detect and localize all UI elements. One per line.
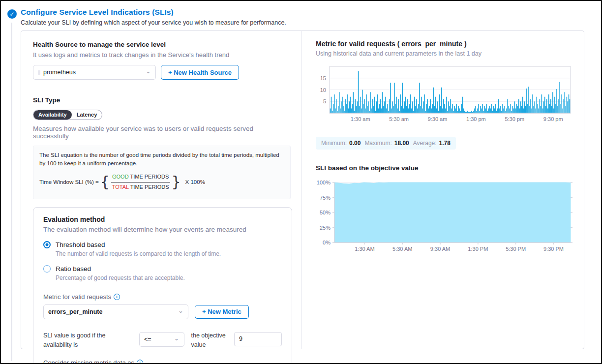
metric-select[interactable]: errors_per_minute ⌄ (43, 304, 188, 319)
metric-selected-value: errors_per_minute (48, 308, 102, 315)
svg-text:15: 15 (320, 75, 326, 81)
svg-text:9:30 am: 9:30 am (428, 116, 448, 122)
sli-type-description: Measures how available your service was … (33, 125, 291, 140)
sli-chart: 0%25%50%75%100%1:30 AM5:30 AM9:30 AM1:30… (316, 180, 573, 256)
sli-condition-suffix: the objective value (191, 331, 227, 350)
evaluation-method-card: Evaluation method The evaluation method … (33, 207, 292, 364)
svg-text:50%: 50% (320, 210, 331, 215)
svg-text:1:30 AM: 1:30 AM (355, 246, 374, 252)
prometheus-icon (38, 70, 40, 75)
metric-chart: 510151:30 am5:30 am9:30 am1:30 pm5:30 pm… (316, 64, 573, 126)
svg-text:5:30 pm: 5:30 pm (505, 116, 524, 122)
maximum-value: 18.00 (394, 140, 409, 147)
metric-preview-heading: Metric for valid requests ( errors_per_m… (316, 40, 573, 48)
svg-text:5:30 PM: 5:30 PM (506, 246, 526, 252)
info-icon[interactable]: i (114, 294, 120, 300)
page-subtitle: Calculate your SLI by defining which asp… (21, 19, 286, 26)
average-label: Average: (413, 140, 437, 147)
svg-text:0%: 0% (323, 240, 331, 245)
missing-data-label: Consider missing metric data as (43, 359, 134, 364)
svg-text:25%: 25% (320, 225, 331, 231)
health-source-description: It uses logs and metrics to track change… (33, 51, 291, 59)
left-brace: { (99, 171, 111, 193)
svg-text:1:30 am: 1:30 am (351, 116, 370, 122)
evaluation-heading: Evaluation method (43, 215, 282, 223)
preview-column: Metric for valid requests ( errors_per_m… (301, 31, 585, 349)
check-icon: ✓ (7, 9, 17, 19)
equation-fraction: GOOD TIME PERIODS TOTAL TIME PERIODS (111, 173, 170, 191)
svg-text:5:30 AM: 5:30 AM (392, 246, 412, 252)
operator-selected-value: <= (144, 336, 151, 343)
threshold-based-radio[interactable] (43, 241, 51, 248)
right-brace: } (170, 171, 182, 193)
ratio-based-label: Ratio based (56, 265, 91, 273)
denominator-rest: TIME PERIODS (129, 184, 169, 190)
minimum-label: Minimum: (321, 140, 347, 147)
numerator-rest: TIME PERIODS (129, 174, 169, 180)
health-source-selected-value: prometheus (43, 69, 76, 76)
svg-text:5:30 am: 5:30 am (389, 116, 409, 122)
minimum-value: 0.00 (349, 140, 361, 147)
sli-type-heading: SLI Type (33, 96, 291, 104)
evaluation-description: The evaluation method will determine how… (43, 226, 282, 233)
metric-for-valid-requests-label: Metric for valid requests (43, 293, 111, 301)
sli-type-availability-pill[interactable]: Availability (33, 110, 72, 120)
chevron-down-icon: ⌄ (146, 69, 151, 74)
threshold-based-description: The number of valid requests is compared… (56, 250, 282, 257)
sli-equation-box: The SLI equation is the number of good t… (33, 146, 291, 199)
sli-objective-heading: SLI based on the objective value (316, 164, 573, 172)
maximum-label: Maximum: (364, 140, 391, 147)
objective-value-input[interactable] (234, 332, 282, 346)
ratio-based-radio[interactable] (43, 265, 51, 273)
good-term: GOOD (112, 174, 129, 180)
step-header: ✓ Configure Service Level Indicatiors (S… (21, 8, 286, 26)
sli-configuration-page: ✓ Configure Service Level Indicatiors (S… (0, 0, 602, 364)
equation-intro: The SLI equation is the number of good t… (39, 151, 284, 167)
svg-text:75%: 75% (320, 195, 331, 201)
ratio-based-description: Percentage of good requests that are acc… (56, 274, 282, 281)
info-icon[interactable]: i (137, 360, 143, 364)
new-health-source-button[interactable]: + New Health Source (161, 65, 239, 80)
health-source-select[interactable]: prometheus ⌄ (33, 65, 156, 80)
chevron-down-icon: ⌄ (178, 308, 183, 313)
equation-formula: Time Window SLI (%) = { GOOD TIME PERIOD… (39, 171, 284, 193)
svg-text:100%: 100% (317, 180, 331, 185)
equation-prefix: Time Window SLI (%) = (39, 178, 99, 186)
average-value: 1.78 (439, 140, 451, 147)
svg-text:1:30 pm: 1:30 pm (466, 116, 486, 122)
new-metric-button[interactable]: + New Metric (195, 305, 249, 319)
sli-config-card: Health Source to manage the service leve… (21, 30, 584, 349)
stepper-line (11, 23, 12, 361)
svg-text:9:30 AM: 9:30 AM (430, 246, 450, 252)
sli-condition-prefix: SLI value is good if the availability is (43, 331, 132, 350)
sli-type-toggle: Availability Latency (33, 110, 102, 120)
operator-select[interactable]: <= ⌄ (139, 332, 184, 347)
metric-timeseries-chart: 510151:30 am5:30 am9:30 am1:30 pm5:30 pm… (316, 64, 573, 124)
health-source-heading: Health Source to manage the service leve… (33, 41, 291, 48)
total-term: TOTAL (112, 184, 129, 190)
sli-type-latency-pill[interactable]: Latency (72, 110, 102, 120)
svg-text:1:30 PM: 1:30 PM (468, 246, 488, 252)
metric-preview-subheading: Using historical data and current parame… (316, 50, 573, 57)
equation-suffix: X 100% (185, 178, 205, 186)
chevron-down-icon: ⌄ (174, 336, 180, 341)
threshold-based-label: Threshold based (56, 241, 105, 248)
svg-text:9:30 PM: 9:30 PM (543, 246, 564, 252)
sli-area-chart: 0%25%50%75%100%1:30 AM5:30 AM9:30 AM1:30… (316, 180, 573, 254)
metric-stats-badge: Minimum: 0.00 Maximum: 18.00 Average: 1.… (316, 137, 456, 150)
page-title: Configure Service Level Indicatiors (SLI… (21, 8, 286, 17)
svg-text:9:30 pm: 9:30 pm (543, 116, 563, 122)
svg-text:10: 10 (320, 87, 326, 93)
configuration-column: Health Source to manage the service leve… (21, 31, 301, 349)
svg-text:5: 5 (323, 98, 326, 104)
